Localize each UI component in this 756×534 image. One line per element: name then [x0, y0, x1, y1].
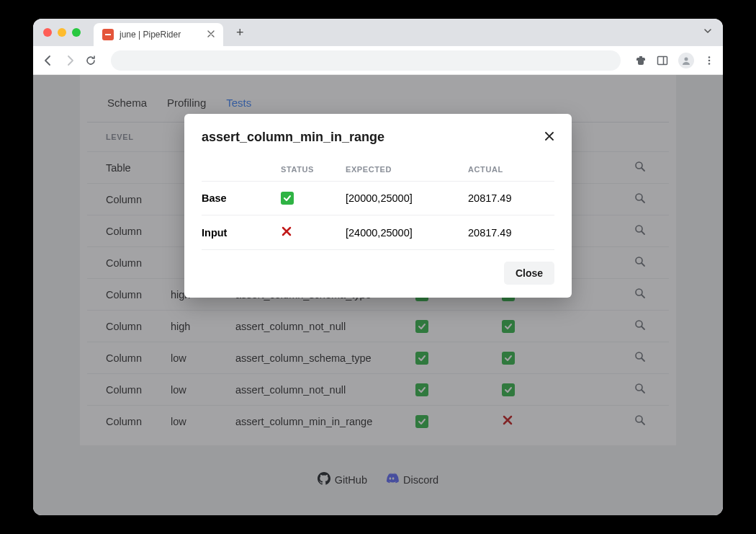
- modal-row: Base[20000,25000]20817.49: [202, 182, 554, 215]
- header-expected: EXPECTED: [346, 165, 468, 174]
- row-status: [281, 192, 346, 205]
- extensions-icon[interactable]: [635, 55, 647, 66]
- new-tab-button[interactable]: +: [236, 25, 244, 40]
- titlebar: june | PipeRider +: [33, 19, 723, 46]
- tab-overflow-button[interactable]: [703, 26, 713, 39]
- modal-title: assert_column_min_in_range: [202, 130, 384, 145]
- row-expected: [24000,25000]: [346, 227, 468, 239]
- pass-icon: [281, 192, 294, 205]
- maximize-window-button[interactable]: [72, 28, 81, 37]
- back-button[interactable]: [42, 54, 55, 67]
- browser-window: june | PipeRider +: [33, 19, 723, 515]
- row-actual: 20817.49: [468, 192, 554, 204]
- svg-point-4: [708, 59, 711, 61]
- address-bar[interactable]: [111, 50, 621, 71]
- profile-avatar[interactable]: [678, 53, 694, 68]
- browser-tab[interactable]: june | PipeRider: [94, 23, 223, 46]
- close-icon[interactable]: [544, 131, 554, 144]
- fail-icon: [281, 226, 292, 237]
- svg-point-5: [708, 63, 711, 65]
- close-tab-button[interactable]: [207, 30, 215, 40]
- svg-point-3: [708, 56, 711, 58]
- row-actual: 20817.49: [468, 227, 554, 239]
- modal-table: STATUS EXPECTED ACTUAL Base[20000,25000]…: [202, 158, 554, 250]
- header-status: STATUS: [281, 165, 346, 174]
- svg-point-2: [685, 57, 688, 61]
- svg-rect-0: [658, 56, 667, 64]
- site-favicon: [102, 29, 114, 40]
- window-controls: [43, 28, 81, 37]
- tab-title: june | PipeRider: [120, 30, 181, 40]
- modal-row: Input[24000,25000]20817.49: [202, 215, 554, 250]
- row-label: Input: [202, 227, 281, 239]
- header-actual: ACTUAL: [468, 165, 554, 174]
- row-status: [281, 226, 346, 239]
- row-expected: [20000,25000]: [346, 192, 468, 204]
- close-window-button[interactable]: [43, 28, 52, 37]
- content-area: Schema Profiling Tests LEVEL TableColumn…: [33, 75, 723, 515]
- assertion-detail-modal: assert_column_min_in_range STATUS EXPECT…: [184, 114, 572, 298]
- minimize-window-button[interactable]: [58, 28, 66, 37]
- modal-table-header: STATUS EXPECTED ACTUAL: [202, 158, 554, 182]
- browser-toolbar: [33, 46, 723, 75]
- forward-button: [63, 54, 76, 67]
- reload-button[interactable]: [85, 55, 96, 66]
- menu-icon[interactable]: [704, 55, 714, 66]
- panel-icon[interactable]: [657, 55, 668, 66]
- row-label: Base: [202, 192, 281, 204]
- close-button[interactable]: Close: [504, 262, 554, 285]
